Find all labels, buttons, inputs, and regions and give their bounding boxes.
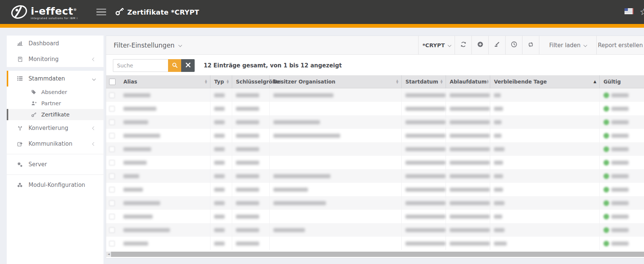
row-checkbox-cell[interactable] (106, 156, 120, 169)
row-checkbox[interactable] (109, 106, 115, 112)
row-checkbox-cell[interactable] (106, 196, 120, 210)
column-header-alias[interactable]: Alias▲▼ (120, 75, 210, 88)
cell-schluesselgroesse-redacted (232, 115, 270, 129)
profile-dropdown[interactable]: *CRYPT (418, 36, 455, 54)
cell-gueltig (600, 129, 644, 142)
table-row[interactable] (106, 169, 644, 183)
redacted-text-blob (236, 228, 259, 232)
horizontal-scrollbar[interactable]: ◄ (106, 252, 644, 257)
redacted-text-blob (450, 215, 490, 219)
table-row[interactable] (106, 196, 644, 210)
sidebar-item-dashboard[interactable]: Dashboard (7, 36, 104, 51)
row-checkbox-cell[interactable] (106, 142, 120, 156)
row-checkbox-cell[interactable] (106, 88, 120, 102)
ieffect-logo[interactable]: i-effect® integrated solutions for IBM i (11, 3, 78, 21)
cell-verbleibende_tage-redacted (490, 223, 600, 237)
row-checkbox-cell[interactable] (106, 237, 120, 250)
row-checkbox[interactable] (109, 241, 115, 246)
sort-icon: ▲▼ (440, 79, 443, 84)
scroll-left-arrow-icon[interactable]: ◄ (106, 252, 111, 257)
column-header-ablaufdatum[interactable]: Ablaufdatum▲▼ (446, 75, 490, 88)
sidebar-item-konvertierung[interactable]: Konvertierung (7, 120, 104, 136)
cell-startdatum-redacted (402, 210, 446, 223)
column-header-besitzer_organisation[interactable]: Besitzer Organisation▲▼ (270, 75, 402, 88)
sidebar-item-label: Konvertierung (29, 125, 68, 131)
select-all-checkbox-cell[interactable] (106, 75, 120, 88)
redacted-text-blob (611, 228, 629, 232)
cell-gueltig (600, 115, 644, 129)
certificates-table: Alias▲▼Typ▲▼Schlüsselgröße▲▼Besitzer Org… (106, 75, 644, 257)
import-button[interactable] (488, 36, 505, 54)
sidebar-item-kommunikation[interactable]: Kommunikation (7, 136, 104, 152)
row-checkbox[interactable] (109, 214, 115, 219)
cell-schluesselgroesse-redacted (232, 223, 270, 237)
redacted-text-blob (611, 174, 629, 178)
search-button[interactable] (168, 59, 181, 72)
sidebar-item-absender[interactable]: Absender (7, 87, 104, 98)
clear-search-button[interactable] (181, 59, 195, 72)
hamburger-menu-icon[interactable] (96, 9, 106, 16)
column-header-typ[interactable]: Typ▲▼ (210, 75, 232, 88)
redacted-text-blob (494, 120, 501, 124)
search-input[interactable] (113, 59, 168, 72)
create-report-button[interactable]: Report erstellen (596, 36, 644, 54)
row-checkbox-cell[interactable] (106, 183, 120, 196)
filter-load-dropdown[interactable]: Filter laden (539, 36, 596, 54)
row-checkbox[interactable] (109, 92, 115, 98)
filter-settings-toggle[interactable]: Filter-Einstellungen (106, 36, 182, 54)
column-header-gueltig[interactable]: Gültig (600, 75, 644, 88)
sidebar-item-partner[interactable]: Partner (7, 98, 104, 109)
redacted-text-blob (273, 120, 320, 124)
row-checkbox-cell[interactable] (106, 223, 120, 237)
redacted-text-blob (405, 93, 446, 97)
sidebar-item-monitoring[interactable]: Monitoring (7, 51, 104, 67)
table-row[interactable] (106, 102, 644, 115)
row-checkbox-cell[interactable] (106, 210, 120, 223)
sidebar-item-stammdaten[interactable]: Stammdaten (7, 71, 104, 87)
redacted-text-blob (123, 93, 150, 97)
column-header-startdatum[interactable]: Startdatum▲▼ (402, 75, 446, 88)
sidebar-item-server[interactable]: Server (7, 157, 104, 172)
transfer-button[interactable] (522, 36, 539, 54)
table-row[interactable] (106, 129, 644, 142)
history-button[interactable] (505, 36, 522, 54)
row-checkbox-cell[interactable] (106, 115, 120, 129)
language-flag-icon[interactable] (624, 8, 633, 16)
row-checkbox[interactable] (109, 119, 115, 125)
cell-typ-redacted (210, 169, 232, 183)
table-row[interactable] (106, 210, 644, 223)
sidebar-item-modul-konfiguration[interactable]: Modul-Konfiguration (7, 177, 104, 193)
table-row[interactable] (106, 183, 644, 196)
row-checkbox-cell[interactable] (106, 169, 120, 183)
column-header-schluesselgroesse[interactable]: Schlüsselgröße▲▼ (232, 75, 270, 88)
table-row[interactable] (106, 223, 644, 237)
cell-besitzer_organisation-redacted (270, 142, 402, 156)
select-all-checkbox[interactable] (109, 79, 116, 85)
column-header-verbleibende_tage[interactable]: Verbleibende Tage▲ (490, 75, 600, 88)
row-checkbox-cell[interactable] (106, 102, 120, 115)
table-row[interactable] (106, 142, 644, 156)
row-checkbox[interactable] (109, 133, 115, 139)
table-row[interactable] (106, 88, 644, 102)
row-checkbox-cell[interactable] (106, 129, 120, 142)
plus-circle-button[interactable] (471, 36, 488, 54)
row-checkbox[interactable] (109, 146, 115, 152)
redacted-text-blob (450, 147, 490, 151)
table-row[interactable] (106, 115, 644, 129)
column-header-label: Gültig (603, 79, 621, 85)
favorites-star-icon[interactable]: ☆ (639, 7, 644, 16)
cell-gueltig (600, 88, 644, 102)
table-row[interactable] (106, 156, 644, 169)
row-checkbox[interactable] (109, 173, 115, 179)
row-checkbox[interactable] (109, 200, 115, 206)
scrollbar-thumb[interactable] (111, 252, 644, 257)
row-checkbox[interactable] (109, 227, 115, 233)
row-checkbox[interactable] (109, 160, 115, 166)
cell-typ-redacted (210, 129, 232, 142)
share-icon (16, 141, 24, 147)
table-row[interactable] (106, 237, 644, 250)
row-checkbox[interactable] (109, 187, 115, 192)
cell-besitzer_organisation-redacted (270, 156, 402, 169)
refresh-button[interactable] (455, 36, 471, 54)
sidebar-item-zertifikate[interactable]: Zertifikate (7, 109, 104, 120)
